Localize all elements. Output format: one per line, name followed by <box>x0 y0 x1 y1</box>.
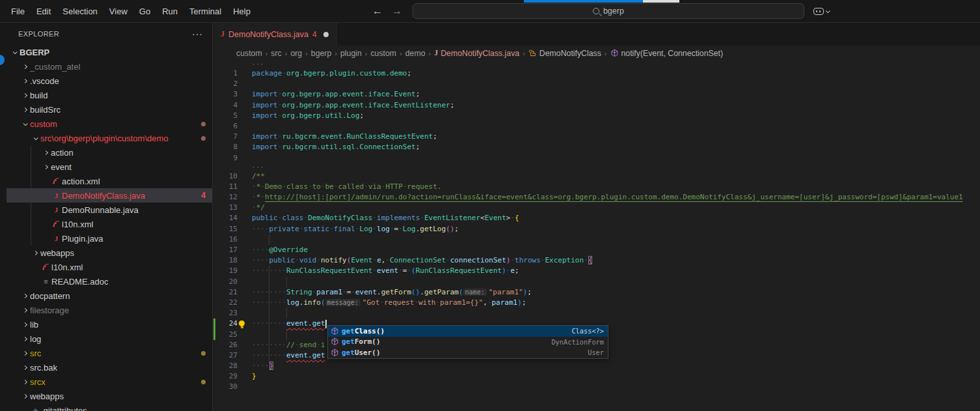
line-content: ········String·param1·=·event.getForm().… <box>252 287 532 298</box>
menu-item-run[interactable]: Run <box>156 4 184 19</box>
tree-item-action-xml[interactable]: action.xml <box>7 174 212 188</box>
tree-item--vscode[interactable]: .vscode <box>7 74 212 88</box>
tree-item-action[interactable]: action <box>7 145 212 160</box>
breadcrumb-bgerp[interactable]: bgerp <box>311 49 331 58</box>
code-line-4: 4import·org.bgerp.app.event.iface.EventL… <box>213 100 980 111</box>
indent-guide <box>286 330 287 340</box>
tree-item-webapps[interactable]: webapps <box>7 389 212 403</box>
tree-item-event[interactable]: event <box>7 160 212 174</box>
tree-item--gitattributes[interactable]: ◆.gitattributes <box>7 403 212 411</box>
tree-item-l10n-xml[interactable]: l10n.xml <box>7 260 212 274</box>
token: · <box>295 256 299 264</box>
tree-item-bgerp[interactable]: BGERP <box>7 45 212 59</box>
line-content: ····@Override <box>252 245 308 255</box>
breadcrumb-custom[interactable]: custom <box>370 49 396 58</box>
token: ( <box>321 298 325 307</box>
suggest-label: getClass() <box>342 327 385 335</box>
tree-item-l10n-xml[interactable]: l10n.xml <box>7 217 212 231</box>
glyph-margin <box>238 89 252 100</box>
tree-item-demorunnable-java[interactable]: JDemoRunnable.java <box>7 203 212 217</box>
line-content: ········event.get <box>252 350 325 361</box>
chevron-right-icon <box>20 337 30 341</box>
breadcrumb-class[interactable]: DemoNotifyClass <box>528 49 601 58</box>
menu-item-go[interactable]: Go <box>133 4 156 19</box>
line-content: ··· <box>252 163 264 171</box>
tree-item-src[interactable]: src <box>7 346 212 360</box>
modified-dot <box>201 351 206 356</box>
whitespace-dot: · <box>342 288 347 296</box>
breadcrumb-demo[interactable]: demo <box>405 49 426 58</box>
indent-guide <box>286 277 287 287</box>
chevron-right-icon <box>20 309 30 312</box>
tree-item-src-bak[interactable]: src.bak <box>7 360 212 375</box>
tab-dirty-dot[interactable] <box>323 32 329 37</box>
menu-item-file[interactable]: File <box>5 4 31 19</box>
line-number: 4 <box>213 100 238 111</box>
code-editor[interactable]: ···1package·org.bgerp.plugin.custom.demo… <box>213 61 980 411</box>
tree-item-label: action.xml <box>62 177 100 186</box>
tree-item-label: DemoRunnable.java <box>62 205 139 215</box>
breadcrumb-file[interactable]: JDemoNotifyClass.java <box>434 48 519 58</box>
line-number: 29 <box>213 371 238 382</box>
tree-item-filestorage[interactable]: filestorage <box>7 303 212 317</box>
command-center-search[interactable]: bgerp <box>413 3 804 19</box>
menu-item-terminal[interactable]: Terminal <box>184 4 227 19</box>
nav-back-button[interactable]: ← <box>372 5 383 17</box>
suggest-match-text: get <box>342 337 355 346</box>
suggest-item-getclass[interactable]: getClass()Class<?> <box>328 326 608 337</box>
whitespace-dot: · <box>487 298 492 307</box>
indent-whitespace: ···· <box>252 225 269 233</box>
tree-item-custom[interactable]: custom <box>7 117 212 131</box>
tree-item--custom-atel[interactable]: _custom_atel <box>7 59 212 74</box>
token: info <box>303 298 321 307</box>
tree-item-build[interactable]: build <box>7 88 212 102</box>
nav-forward-button[interactable]: → <box>392 5 402 17</box>
tree-item-label: src.bak <box>30 363 57 373</box>
token: event <box>286 351 308 360</box>
token: ·=· <box>342 288 355 296</box>
tree-item-src-org-bgerp-plugin-custom-demo[interactable]: src\org\bgerp\plugin\custom\demo <box>7 131 212 145</box>
explorer-more-actions-button[interactable]: ··· <box>192 29 203 39</box>
token: param1 <box>316 288 342 296</box>
line-number: 3 <box>213 89 238 100</box>
breadcrumb-src[interactable]: src <box>271 49 281 58</box>
tree-item-readme-adoc[interactable]: ≡README.adoc <box>7 274 212 289</box>
tree-item-lib[interactable]: lib <box>7 317 212 332</box>
tree-item-webapps[interactable]: webapps <box>7 246 212 260</box>
breadcrumb-method[interactable]: notify(Event, ConnectionSet) <box>610 49 724 58</box>
indent-whitespace: ···· <box>252 246 269 254</box>
line-number: 14 <box>213 213 238 223</box>
tree-item-demonotifyclass-java[interactable]: JDemoNotifyClass.java4 <box>7 188 212 203</box>
indent-guide <box>269 298 269 308</box>
menu-item-selection[interactable]: Selection <box>57 4 103 19</box>
folded-region: ··· <box>213 61 980 68</box>
menu-bar: FileEditSelectionViewGoRunTerminalHelp <box>5 4 256 19</box>
suggest-item-getform[interactable]: getForm()DynActionForm <box>328 337 608 348</box>
token: org.bgerp.app.event.iface.EventListener <box>282 101 450 109</box>
menu-item-help[interactable]: Help <box>227 4 256 19</box>
tree-item-plugin-java[interactable]: JPlugin.java <box>7 231 212 246</box>
chevron-down-icon <box>9 51 20 54</box>
menu-item-edit[interactable]: Edit <box>31 4 57 19</box>
indent-guide <box>269 340 269 350</box>
breadcrumb-plugin[interactable]: plugin <box>340 49 362 58</box>
suggest-item-getuser[interactable]: getUser()User <box>328 347 608 358</box>
tree-item-log[interactable]: log <box>7 332 212 346</box>
copilot-menu[interactable] <box>813 8 829 15</box>
breadcrumb-custom[interactable]: custom <box>236 49 262 58</box>
token: import <box>252 90 278 98</box>
text-cursor <box>325 320 327 328</box>
lightbulb-icon[interactable] <box>239 320 245 326</box>
tree-item-label: buildSrc <box>30 105 61 115</box>
breadcrumb-org[interactable]: org <box>290 49 302 58</box>
tree-item-srcx[interactable]: srcx <box>7 375 212 389</box>
tree-item-docpattern[interactable]: docpattern <box>7 289 212 303</box>
glyph-margin <box>238 350 252 361</box>
tree-item-buildsrc[interactable]: buildSrc <box>7 102 212 117</box>
menu-item-view[interactable]: View <box>103 4 133 19</box>
indent-guide <box>269 277 269 287</box>
tab-demonotifyclass[interactable]: J DemoNotifyClass.java 4 <box>213 23 337 46</box>
code-line-23: 23 <box>213 308 980 319</box>
glyph-margin <box>238 361 252 371</box>
line-content: ········//·send·i <box>252 340 325 350</box>
